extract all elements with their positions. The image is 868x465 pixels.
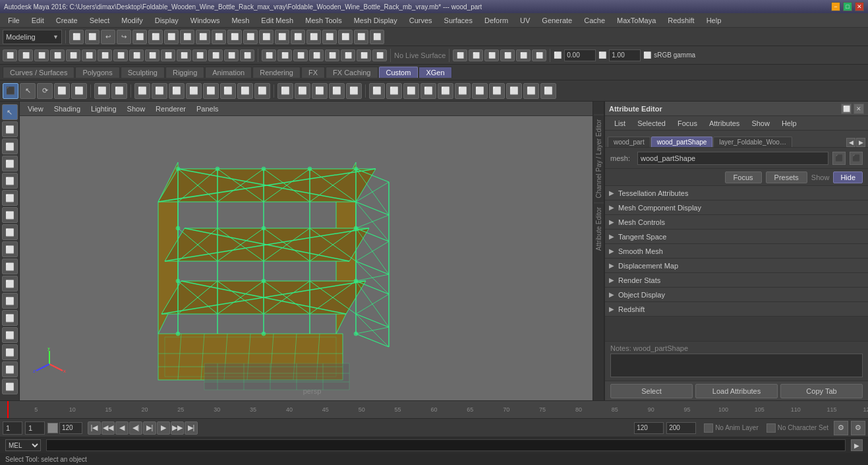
attr-section-render-stats[interactable]: ▶Render Stats [605,273,868,288]
timeline-area[interactable]: 5101520253035404550556065707580859095100… [0,400,868,419]
snap-btn-15[interactable]: ⬜ [224,49,239,61]
render-btn-6[interactable]: ⬜ [341,49,355,61]
vis-icon4[interactable]: ⬜ [329,83,345,99]
move-tool[interactable]: ↖ [20,83,36,99]
frame-end-input[interactable] [59,422,82,434]
tab-rendering[interactable]: Rendering [252,67,301,78]
left-tool-universal-t[interactable]: ⬜ [2,190,18,206]
menu-item-redshift[interactable]: Redshift [662,15,699,26]
poly-icon6[interactable]: ⬜ [220,83,236,99]
toolbar-btn-14[interactable]: ⬜ [275,30,289,44]
toolbar-btn-19[interactable]: ⬜ [354,30,368,44]
maximize-button[interactable]: □ [843,2,852,11]
toolbar-btn-12[interactable]: ⬜ [243,30,258,44]
scale-tool[interactable]: ⬜ [54,83,70,99]
tab-animation[interactable]: Animation [205,67,252,78]
attr-editor-side-label[interactable]: Attribute Editor [594,202,604,255]
render-btn-3[interactable]: ⬜ [293,49,308,61]
snap-btn-13[interactable]: ⬜ [192,49,207,61]
menu-item-edit[interactable]: Edit [26,15,49,26]
notes-textarea[interactable] [610,354,863,377]
focus-button[interactable]: Focus [725,171,762,183]
menu-item-deform[interactable]: Deform [479,15,513,26]
play-btn-2[interactable]: ◀ [115,421,129,435]
rotate-tool[interactable]: ⟳ [37,83,53,99]
snap-btn-2[interactable]: ⬜ [18,49,33,61]
menu-item-mesh[interactable]: Mesh [226,15,254,26]
script-run-btn[interactable]: ▶ [851,439,863,451]
viewport-menu-shading[interactable]: Shading [50,104,84,114]
menu-item-create[interactable]: Create [51,15,83,26]
node-tab-prev[interactable]: ◀ [846,138,855,147]
attr-menu-selected[interactable]: Selected [632,118,671,129]
attr-section-mesh-component-display[interactable]: ▶Mesh Component Display [605,201,868,215]
soft-sel[interactable]: ⬜ [94,83,110,99]
attr-bottom-btn-select[interactable]: Select [610,384,693,398]
play-btn-6[interactable]: ▶▶ [171,421,184,435]
lasso[interactable]: ⬜ [111,83,127,99]
status-input[interactable] [46,439,846,451]
vis-icon2[interactable]: ⬜ [295,83,310,99]
menu-item-modify[interactable]: Modify [116,15,148,26]
toolbar-btn-16[interactable]: ⬜ [306,30,321,44]
hide-button[interactable]: Hide [833,171,863,183]
menu-item-curves[interactable]: Curves [404,15,438,26]
toolbar-btn-4[interactable]: ↪ [117,30,131,44]
range-end-input[interactable] [666,422,696,434]
toolbar-btn-18[interactable]: ⬜ [338,30,353,44]
menu-item-display[interactable]: Display [150,15,184,26]
tool-icon4[interactable]: ⬜ [420,83,436,99]
snap-btn-5[interactable]: ⬜ [66,49,80,61]
left-tool-poly-multi[interactable]: ⬜ [2,276,18,292]
frame-current-input[interactable] [25,421,45,435]
left-tool-poly-bevel[interactable]: ⬜ [2,293,18,309]
render-btn-2[interactable]: ⬜ [277,49,292,61]
attr-section-redshift[interactable]: ▶Redshift [605,302,868,317]
tab-sculpting[interactable]: Sculpting [121,67,165,78]
toolbar-btn-2[interactable]: ⬜ [85,30,100,44]
tab-curvessurfaces[interactable]: Curves / Surfaces [3,67,74,78]
tab-rigging[interactable]: Rigging [165,67,204,78]
toolbar-btn-5[interactable]: ⬜ [132,30,147,44]
attr-editor-float-btn[interactable]: ⬜ [841,104,852,114]
snap-btn-1[interactable]: ⬜ [3,49,17,61]
snap-btn-4[interactable]: ⬜ [50,49,65,61]
char-settings-btn[interactable]: ⚙ [851,421,865,435]
attr-section-object-display[interactable]: ▶Object Display [605,288,868,302]
play-btn-1[interactable]: ◀◀ [101,421,115,435]
toolbar-btn-13[interactable]: ⬜ [259,30,274,44]
left-tool-poly-bridge[interactable]: ⬜ [2,259,18,274]
view-btn-4[interactable]: ⬜ [500,49,515,61]
poly-icon5[interactable]: ⬜ [203,83,219,99]
close-button[interactable]: ✕ [855,2,864,11]
play-btn-7[interactable]: ▶| [185,421,198,435]
tool-icon3[interactable]: ⬜ [403,83,419,99]
tool-icon6[interactable]: ⬜ [455,83,471,99]
timeline-ruler[interactable]: 5101520253035404550556065707580859095100… [0,401,868,418]
render-btn-4[interactable]: ⬜ [309,49,324,61]
render-btn-1[interactable]: ⬜ [262,49,276,61]
play-btn-3[interactable]: ◀| [129,421,142,435]
render-btn-5[interactable]: ⬜ [325,49,339,61]
snap-btn-11[interactable]: ⬜ [161,49,175,61]
attr-section-mesh-controls[interactable]: ▶Mesh Controls [605,215,868,230]
tab-custom[interactable]: Custom [379,67,419,78]
view-btn-2[interactable]: ⬜ [469,49,483,61]
timeline-playhead[interactable] [7,401,9,418]
attr-section-tessellation-attributes[interactable]: ▶Tessellation Attributes [605,186,868,201]
play-btn-5[interactable]: ▶ [157,421,170,435]
left-tool-offset-loop[interactable]: ⬜ [2,361,18,377]
attr-menu-attributes[interactable]: Attributes [704,118,745,129]
universal-tool[interactable]: ⬜ [71,83,87,99]
snap-btn-12[interactable]: ⬜ [177,49,191,61]
render-btn-8[interactable]: ⬜ [372,49,387,61]
poly-icon3[interactable]: ⬜ [169,83,185,99]
viewport-menu-panels[interactable]: Panels [192,104,223,114]
toolbar-btn-1[interactable]: ⬜ [69,30,84,44]
left-tool-rotate-t[interactable]: ⬜ [2,156,18,171]
node-tab-0[interactable]: wood_part [608,137,651,147]
render-btn-7[interactable]: ⬜ [357,49,371,61]
poly-icon4[interactable]: ⬜ [186,83,202,99]
toolbar-btn-3[interactable]: ↩ [101,30,115,44]
tool-icon11[interactable]: ⬜ [540,83,556,99]
